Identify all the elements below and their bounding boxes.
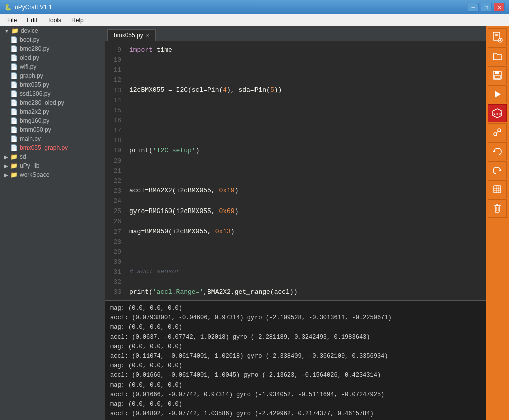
- app-icon: 🐍: [4, 4, 12, 11]
- svg-marker-10: [495, 91, 501, 98]
- file-icon: 📄: [10, 99, 18, 106]
- console-line: mag: (0.0, 0.0, 0.0): [110, 381, 481, 390]
- svg-rect-18: [494, 186, 501, 193]
- titlebar-controls: ─ □ ✕: [468, 3, 505, 12]
- file-icon: 📄: [10, 63, 18, 70]
- code-line-11: i2cBMX055 = I2C(scl=Pin(4), sda=Pin(5)): [129, 85, 482, 95]
- folder-icon: 📁: [11, 27, 19, 34]
- console-output[interactable]: mag: (0.0, 0.0, 0.0) accl: (0.07938001, …: [105, 300, 486, 420]
- file-icon: 📄: [10, 72, 18, 79]
- stop-button[interactable]: STOP: [488, 104, 507, 122]
- tab-bar: bmx055.py ×: [105, 26, 486, 41]
- sidebar-item-boot[interactable]: 📄 boot.py: [0, 35, 105, 44]
- menubar: File Edit Tools Help: [0, 14, 509, 26]
- sidebar-item-main[interactable]: 📄 main.py: [0, 134, 105, 143]
- sidebar-item-sd[interactable]: ▶ 📁 sd: [0, 152, 105, 161]
- file-icon: 📄: [10, 144, 18, 151]
- svg-point-14: [498, 129, 501, 132]
- console-line: accl: (0.04802, -0.07742, 1.03586) gyro …: [110, 409, 481, 419]
- menu-file[interactable]: File: [2, 16, 22, 25]
- expand-icon: ▶: [4, 154, 8, 160]
- code-line-12: [129, 106, 482, 116]
- sidebar-item-oled[interactable]: 📄 oled.py: [0, 53, 105, 62]
- folder-icon: 📁: [10, 153, 18, 160]
- file-icon: 📄: [10, 54, 18, 61]
- sidebar-item-bmx055[interactable]: 📄 bmx055.py: [0, 80, 105, 89]
- titlebar-left: 🐍 uPyCraft V1.1: [4, 4, 52, 11]
- sidebar-item-label: device: [21, 27, 38, 34]
- sidebar-item-label: main.py: [20, 135, 41, 142]
- expand-icon: ▶: [4, 163, 8, 169]
- file-icon: 📄: [10, 81, 18, 88]
- sidebar-item-label: boot.py: [20, 36, 39, 43]
- sidebar-item-bmm050[interactable]: 📄 bmm050.py: [0, 125, 105, 134]
- folder-icon: 📁: [10, 162, 18, 169]
- delete-button[interactable]: [488, 199, 507, 218]
- tab-filename: bmx055.py: [114, 32, 143, 39]
- close-button[interactable]: ✕: [494, 3, 505, 12]
- svg-marker-17: [499, 169, 502, 171]
- run-button[interactable]: [488, 85, 507, 103]
- undo-button[interactable]: [488, 142, 507, 160]
- code-content[interactable]: import time i2cBMX055 = I2C(scl=Pin(4), …: [125, 41, 486, 300]
- file-icon: 📄: [10, 135, 18, 142]
- sidebar-item-bmx055-graph[interactable]: 📄 bmx055_graph.py: [0, 143, 105, 152]
- new-file-button[interactable]: [488, 28, 507, 46]
- menu-edit[interactable]: Edit: [22, 16, 42, 25]
- sidebar-item-graph[interactable]: 📄 graph.py: [0, 71, 105, 80]
- sidebar-item-label: oled.py: [20, 54, 39, 61]
- console-line: accl: (0.0637, -0.07742, 1.02018) gyro (…: [110, 333, 481, 342]
- code-line-19: [129, 247, 482, 257]
- redo-button[interactable]: [488, 161, 507, 179]
- console-line: accl: (0.07938001, -0.04606, 0.97314) gy…: [110, 313, 481, 323]
- code-line-14: print('I2C setup'): [129, 146, 482, 156]
- svg-marker-16: [493, 150, 496, 152]
- tab-close-button[interactable]: ×: [146, 33, 149, 38]
- sidebar-item-label: bma2x2.py: [20, 108, 49, 115]
- menu-tools[interactable]: Tools: [42, 16, 66, 25]
- sidebar-item-ssd1306[interactable]: 📄 ssd1306.py: [0, 89, 105, 98]
- file-icon: 📄: [10, 36, 18, 43]
- sidebar-item-bmg160[interactable]: 📄 bmg160.py: [0, 116, 105, 125]
- file-icon: 📄: [10, 117, 18, 124]
- console-line: mag: (0.0, 0.0, 0.0): [110, 400, 481, 409]
- sidebar-item-label: bmx055_graph.py: [20, 144, 68, 151]
- open-file-button[interactable]: [488, 47, 507, 65]
- maximize-button[interactable]: □: [481, 3, 492, 12]
- sidebar-item-label: bmx055.py: [20, 81, 49, 88]
- file-icon: 📄: [10, 45, 18, 52]
- sidebar-item-label: graph.py: [20, 72, 43, 79]
- code-line-10: [129, 65, 482, 75]
- sidebar-item-bme280[interactable]: 📄 bme280.py: [0, 44, 105, 53]
- sidebar-item-label: bmm050.py: [20, 126, 51, 133]
- console-line: accl: (0.01666, -0.07742, 0.97314) gyro …: [110, 390, 481, 400]
- code-line-18: mag=BMM050(i2cBMX055, 0x13): [129, 227, 482, 237]
- tab-bmx055[interactable]: bmx055.py ×: [107, 29, 156, 41]
- sidebar-item-upy-lib[interactable]: ▶ 📁 uPy_lib: [0, 161, 105, 170]
- sidebar-item-device[interactable]: ▼ 📁 device: [0, 26, 105, 35]
- sidebar-item-label: workSpace: [20, 171, 49, 178]
- code-line-13: [129, 126, 482, 136]
- sidebar-item-workspace[interactable]: ▶ 📁 workSpace: [0, 170, 105, 179]
- flash-button[interactable]: [488, 180, 507, 198]
- console-line: accl: (0.11074, -0.06174001, 1.02018) gy…: [110, 352, 481, 361]
- minimize-button[interactable]: ─: [468, 3, 479, 12]
- sidebar-item-wifi[interactable]: 📄 wifi.py: [0, 62, 105, 71]
- file-icon: 📄: [10, 126, 18, 133]
- code-line-20: # accl sensor: [129, 267, 482, 277]
- line-numbers: 9 10 11 12 13 14 15 16 17 18 19 20 21 22…: [105, 41, 125, 300]
- right-toolbar: STOP: [486, 26, 509, 420]
- sidebar-item-bma2x2[interactable]: 📄 bma2x2.py: [0, 107, 105, 116]
- menu-help[interactable]: Help: [66, 16, 89, 25]
- save-file-button[interactable]: [488, 66, 507, 84]
- code-line-15: [129, 166, 482, 176]
- sidebar-item-label: bme280_oled.py: [20, 99, 64, 106]
- code-editor[interactable]: 9 10 11 12 13 14 15 16 17 18 19 20 21 22…: [105, 41, 486, 300]
- main-layout: ▼ 📁 device 📄 boot.py 📄 bme280.py 📄 oled.…: [0, 26, 509, 420]
- svg-rect-23: [495, 205, 499, 212]
- console-line: mag: (0.0, 0.0, 0.0): [110, 361, 481, 371]
- svg-line-15: [497, 132, 498, 133]
- connect-button[interactable]: [488, 123, 507, 141]
- sidebar-item-bme280-oled[interactable]: 📄 bme280_oled.py: [0, 98, 105, 107]
- file-icon: 📄: [10, 90, 18, 97]
